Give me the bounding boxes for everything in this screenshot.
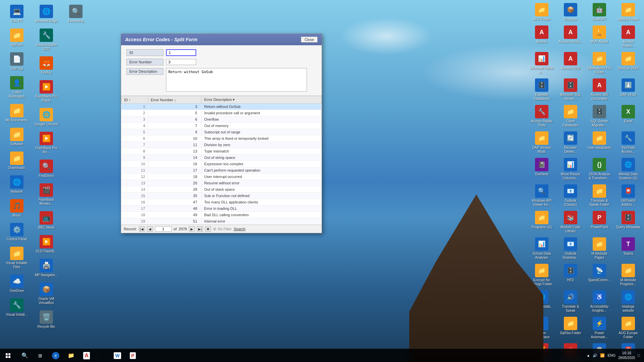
desktop-icon-mp-navigator[interactable]: 🖨️ MP Navigator... [33,257,60,279]
close-button[interactable]: Close [301,37,318,43]
table-row[interactable]: 10 16 Expression too complex [121,161,322,167]
desktop-icon-dap-reg[interactable]: 📄 DAP.reg [3,51,30,72]
error-description-textarea[interactable]: Return without GoSub [166,68,307,92]
desktop-icon-systools-access[interactable]: 🔧 SysTools Access... [615,130,642,155]
table-row[interactable]: 19 51 Internal error [121,218,322,225]
nav-first[interactable]: |◀ [139,226,145,232]
desktop-icon-microsoft-edge[interactable]: 🌐 Microsoft Edge [33,3,60,24]
desktop-icon-school-data-analyser[interactable]: 📊 School Data Analyser [528,236,555,261]
desktop-icon-example-databases[interactable]: 🗄️ Example Databases [528,77,555,102]
desktop-icon-access[interactable]: A Access [528,24,555,45]
nav-new[interactable]: ✱ [205,226,211,232]
desktop-icon-dap-version-mods[interactable]: 📁 DAP Version Mods [528,130,555,155]
search-button[interactable]: Search [234,227,246,231]
desktop-icon-control-panel[interactable]: ⚙️ Control Panel [3,222,30,243]
desktop-icon-ia-website-pages[interactable]: 📁 IA Website Pages [586,236,613,261]
desktop-icon-bbc-news[interactable]: 📺 BBC News [33,210,60,231]
desktop-icon-oracle-vm-virtualbox[interactable]: 📦 Oracle VM VirtualBox [33,281,60,306]
desktop-icon-mendip-data-systems[interactable]: 🌐 Mendip Data Systems (G) [615,157,642,182]
table-row[interactable]: 4 7 Out of memory [121,123,322,129]
table-row[interactable]: 2 5 Invalid procedure call or argument [121,110,322,116]
desktop-icon-onedrive[interactable]: ☁️ OneDrive [3,273,30,294]
desktop-icon-dap-v420[interactable]: ⬇️ DAP v4.20 [615,77,642,98]
table-row[interactable]: 8 13 Type mismatch [121,148,322,155]
desktop-icon-dropbox[interactable]: 📦 Dropbox [557,2,584,23]
desktop-icon-ia-website-progress[interactable]: 📁 IA Website Progress... [615,262,642,288]
desktop-icon-chatgpt[interactable]: 🤖 ChatGPT [586,2,613,23]
desktop-icon-app-translati[interactable]: 🌐 App Translati... [528,289,555,310]
desktop-icon-windows-api-viewer[interactable]: 🔍 Windows API Viewer for... [528,183,555,208]
desktop-icon-query-metadata[interactable]: 🗄️ Query Metadata [615,209,642,231]
desktop-icon-recover-delete[interactable]: 🔄 Recover Delete... [557,130,584,155]
table-row[interactable]: 3 6 Overflow [121,116,322,123]
desktop-icon-mvp-award[interactable]: 🏆 MVP Award [586,24,613,45]
table-row[interactable]: 12 18 User interrupt occurred [121,174,322,180]
desktop-icon-json-analyse-transform[interactable]: {} JSON Analyse & Transform... [586,157,613,182]
desktop-icon-my-documents[interactable]: 📁 My Documents [3,103,30,124]
taskbar-search[interactable]: 🔍 [17,349,32,362]
table-row[interactable]: 9 14 Out of string space [121,155,322,161]
desktop-icon-move-resize-columns[interactable]: 📊 Move Resize Columns... [557,157,584,182]
taskbar-powerpoint[interactable]: P [125,349,140,362]
desktop-icon-flashback-pro-rev[interactable]: ▶️ FlashBack Pro Re... [33,130,60,156]
desktop-icon-outlook-downloa[interactable]: 📧 Outlook Downloa... [557,236,584,261]
nav-next[interactable]: ▶ [189,226,195,232]
desktop-icon-power-automate[interactable]: ⚡ Power Automate... [586,315,613,341]
nav-last[interactable]: ▶| [197,226,203,232]
table-row[interactable]: 18 49 Bad DLL calling convention [121,212,322,218]
desktop-icon-access-2010[interactable]: A Access 2010 [557,51,584,72]
desktop-icon-user-databases[interactable]: 📁 User databases [586,130,613,151]
desktop-icon-afr-folder[interactable]: 📁 AFR Folder [528,2,555,23]
desktop-icon-outlook-classic[interactable]: 📧 Outlook (Classic) [557,183,584,208]
table-row[interactable]: 7 11 Division by zero [121,142,322,148]
taskbar-file-explorer[interactable]: 📁 [64,349,78,362]
desktop-icon-everything[interactable]: 🔍 Everything [62,3,89,24]
desktop-icon-access-versio[interactable]: A Access Versio... [557,24,584,45]
desktop-icon-accessibility-insights[interactable]: ♿ Accessibility Insights... [586,289,613,314]
desktop-icon-zoom-workplace[interactable]: Z Zoom Workplace [528,315,555,341]
desktop-icon-network[interactable]: 🌐 Network [3,174,30,195]
desktop-icon-flashback-pro-player[interactable]: ▶️ FlashBack Pro Player [33,79,60,104]
desktop-icon-microsoft-office-e[interactable]: 📊 Microsoft Office e... [528,51,555,76]
desktop-icon-translate-speak[interactable]: 🔊 Translate & Speak [557,289,584,314]
desktop-icon-isladogs-website[interactable]: 🌐 Isladogs website [615,289,642,314]
id-input[interactable] [166,49,196,56]
desktop-icon-collin-riddington[interactable]: 👤 Collin Riddington [3,75,30,100]
taskbar-task-view[interactable]: ⊞ [33,349,48,362]
table-row[interactable]: 6 10 This array is fixed or temporarily … [121,135,322,142]
desktop-icon-addins-folder[interactable]: 📁 Addins Folder [615,2,642,23]
desktop-icon-myfiles[interactable]: 📁 MyFiles [3,27,30,48]
table-row[interactable]: 14 28 Out of stack space [121,186,322,193]
taskbar-time[interactable]: 16:16 28/05/2025 [618,351,635,360]
desktop-icon-access-365-decompile[interactable]: A Access 365 Decompile [586,77,613,102]
start-button[interactable] [0,349,16,362]
taskbar-teams[interactable]: T [95,349,109,362]
desktop-icon-firefox[interactable]: 🦊 Firefox [33,55,60,76]
desktop-icon-software[interactable]: 📁 Software [3,126,30,147]
desktop-icon-sql-server-migratio[interactable]: 🗄️ SQL Server Migratio... [586,104,613,129]
desktop-icon-visual-installer-2022[interactable]: 🔧 Visual Installer 2022 [33,27,60,52]
taskbar-edge[interactable]: e [48,349,63,362]
desktop-icon-visual-install[interactable]: 🔧 Visual Install... [3,297,30,318]
desktop-icon-onenote[interactable]: 📓 OneNote [528,157,555,178]
desktop-icon-find-direct[interactable]: 🔍 FindDirect [33,158,60,179]
desktop-icon-powerpoint[interactable]: P PowerPoint [586,209,613,231]
table-row[interactable]: 1 3 Return without GoSub [121,104,322,110]
desktop-icon-flashback-movies[interactable]: 🎬 FlashBack Movies... [33,182,60,207]
desktop-icon-dbanalyzer-pro-folder[interactable]: 📁 DBAnalyzer Pro Folder [586,51,613,76]
desktop-icon-speedcomm[interactable]: 📡 SpeedComm... [586,262,613,284]
table-row[interactable]: 15 35 Sub or Function not defined [121,193,322,199]
desktop-icon-ukpostui-addres[interactable]: 📮 UKPostUI Addres... [615,183,642,208]
table-row[interactable]: 17 48 Error in loading DLL [121,205,322,212]
desktop-icon-access-roami[interactable]: A Access Roami... [615,24,642,49]
desktop-icon-teams[interactable]: T Teams [615,236,642,257]
desktop-icon-access-repair-tools[interactable]: 🔧 Access Repair Tools [528,104,555,129]
desktop-icon-translate-speak-folder[interactable]: 📁 Translate & Speak Folder [586,183,613,208]
taskbar-show-desktop[interactable]: □ [638,353,640,357]
desktop-icon-encrypt-no-strings-folder[interactable]: 📁 Encrypt No Strings Folder [528,262,555,288]
nav-prev[interactable]: ◀ [147,226,153,232]
desktop-icon-aug-europe-folder[interactable]: 📁 AUG Europe Folder [615,315,642,341]
desktop-icon-programs-g[interactable]: 📁 Programs (G) [528,209,555,231]
taskbar-access[interactable]: A [79,349,94,362]
desktop-icon-recycle-bin[interactable]: 🗑️ Recycle Bin [33,309,60,330]
